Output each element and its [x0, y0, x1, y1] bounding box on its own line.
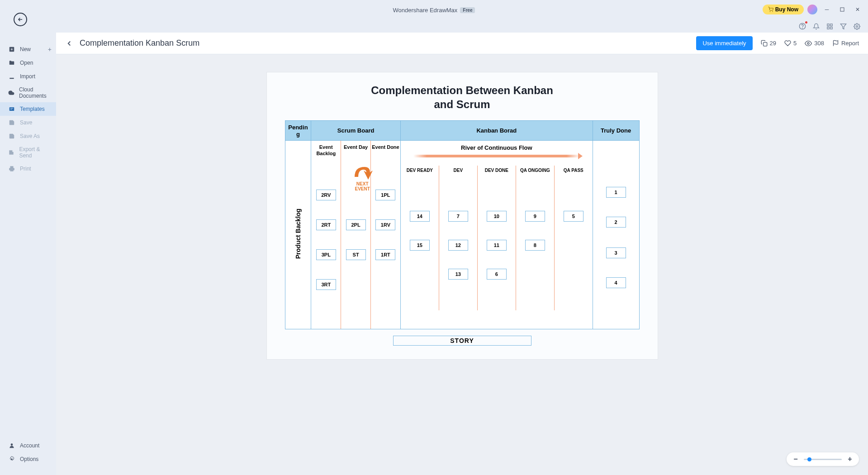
sidebar: New + Open Import Cloud Documents Templa…: [0, 33, 56, 475]
close-button[interactable]: ✕: [852, 4, 863, 15]
main-area: Complementation Kanban Scrum Use immedia…: [56, 33, 868, 475]
zoom-out-button[interactable]: −: [792, 455, 799, 463]
cart-icon: [768, 7, 773, 12]
column-header: Kanban Borad: [401, 121, 593, 141]
report-button[interactable]: Report: [832, 40, 859, 47]
sub-header: Event Backlog: [311, 141, 341, 160]
column-header: Truly Done: [593, 121, 639, 141]
zoom-slider[interactable]: [804, 459, 842, 460]
card: 11: [487, 240, 507, 251]
sub-header: QA PASS: [555, 166, 593, 175]
sub-header: DEV DONE: [478, 166, 516, 175]
card: 2RV: [316, 190, 336, 200]
stat-views[interactable]: 308: [805, 40, 824, 47]
app-name: Wondershare EdrawMax: [393, 7, 458, 14]
flag-icon: [832, 40, 839, 47]
user-icon: [8, 442, 15, 449]
sidebar-item-label: Options: [20, 456, 38, 462]
card: 15: [410, 240, 430, 251]
kanban-dev-done: DEV DONE 10 11 6: [478, 166, 516, 310]
report-label: Report: [841, 40, 859, 47]
river-label: River of Continuous Flow: [401, 141, 593, 151]
card: 1PL: [375, 190, 395, 200]
card: 13: [448, 269, 468, 280]
settings-icon[interactable]: [853, 22, 861, 30]
stat-likes[interactable]: 5: [784, 40, 797, 47]
sidebar-item-label: Save: [20, 119, 32, 126]
stat-copies[interactable]: 29: [761, 40, 776, 47]
stat-views-value: 308: [814, 40, 824, 47]
svg-rect-2: [840, 8, 844, 11]
add-icon[interactable]: +: [48, 46, 52, 53]
sidebar-item-export[interactable]: Export & Send: [0, 143, 56, 162]
kanban-dev: DEV 7 12 13: [439, 166, 478, 310]
grid-icon[interactable]: [825, 22, 834, 30]
card: 6: [487, 269, 507, 280]
column-header: Pending: [285, 121, 311, 141]
use-immediately-button[interactable]: Use immediately: [696, 36, 752, 50]
sidebar-item-cloud[interactable]: Cloud Documents: [0, 83, 56, 102]
sub-header: QA ONGOING: [516, 166, 554, 175]
kanban-qa-ongoing: QA ONGOING 9 8: [516, 166, 555, 310]
sidebar-item-label: Import: [20, 73, 35, 80]
back-button[interactable]: [14, 13, 27, 26]
heart-icon: [784, 40, 791, 47]
card: 3PL: [316, 249, 336, 260]
sidebar-item-print[interactable]: Print: [0, 162, 56, 176]
avatar[interactable]: [807, 5, 817, 14]
sidebar-item-account[interactable]: Account: [0, 439, 56, 452]
buy-now-button[interactable]: Buy Now: [763, 5, 804, 14]
svg-rect-11: [9, 107, 14, 111]
filter-icon[interactable]: [839, 22, 847, 30]
sub-header: DEV READY: [401, 166, 439, 175]
maximize-button[interactable]: [836, 4, 848, 15]
export-icon: [8, 149, 14, 156]
svg-rect-5: [827, 24, 829, 25]
sidebar-item-new[interactable]: New +: [0, 43, 56, 56]
bell-icon[interactable]: [812, 22, 820, 30]
svg-point-4: [802, 28, 803, 28]
card: 1RT: [375, 249, 395, 260]
minimize-button[interactable]: ─: [821, 4, 833, 15]
diagram-title: Complementation Between Kanbanand Scrum: [274, 83, 650, 111]
card: 14: [410, 211, 430, 222]
scrum-event-done: Event Done 1PL 1RV 1RT: [371, 141, 400, 329]
card: 4: [606, 277, 626, 288]
svg-point-12: [11, 443, 13, 446]
card: 5: [564, 211, 583, 222]
doc-back-icon[interactable]: [65, 39, 73, 48]
kanban-qa-pass: QA PASS 5: [555, 166, 593, 310]
svg-point-0: [770, 11, 770, 12]
card: 7: [448, 211, 468, 222]
sidebar-item-import[interactable]: Import: [0, 70, 56, 83]
sidebar-item-saveas[interactable]: Save As: [0, 129, 56, 143]
sidebar-item-label: Account: [20, 442, 39, 449]
sidebar-item-label: Save As: [20, 133, 40, 139]
sidebar-item-label: Templates: [20, 106, 45, 112]
sidebar-item-options[interactable]: Options: [0, 452, 56, 466]
canvas-area[interactable]: Complementation Between Kanbanand Scrum …: [56, 54, 868, 475]
card: 2RT: [316, 219, 336, 230]
zoom-in-button[interactable]: +: [846, 455, 854, 463]
card: 1RV: [375, 219, 395, 230]
sub-header: Event Done: [371, 141, 400, 154]
print-icon: [8, 165, 15, 172]
sidebar-item-templates[interactable]: Templates: [0, 102, 56, 116]
sub-header: DEV: [439, 166, 477, 175]
help-icon[interactable]: [798, 22, 806, 30]
sidebar-item-open[interactable]: Open: [0, 56, 56, 70]
board: Pending Product Backlog Scrum Board Even…: [285, 120, 640, 329]
save-icon: [8, 119, 15, 126]
gear-icon: [8, 456, 15, 463]
column-scrum: Scrum Board Event Backlog 2RV 2RT 3PL 3R…: [311, 121, 401, 329]
cloud-icon: [8, 89, 14, 96]
next-event-arrow: NEXTEVENT: [352, 164, 373, 191]
buy-now-label: Buy Now: [775, 6, 798, 13]
svg-rect-8: [830, 27, 832, 28]
stat-copies-value: 29: [770, 40, 776, 47]
card: 9: [525, 211, 545, 222]
svg-rect-7: [827, 27, 829, 28]
sidebar-item-label: Open: [20, 60, 33, 66]
card: 8: [525, 240, 545, 251]
sidebar-item-save[interactable]: Save: [0, 116, 56, 129]
